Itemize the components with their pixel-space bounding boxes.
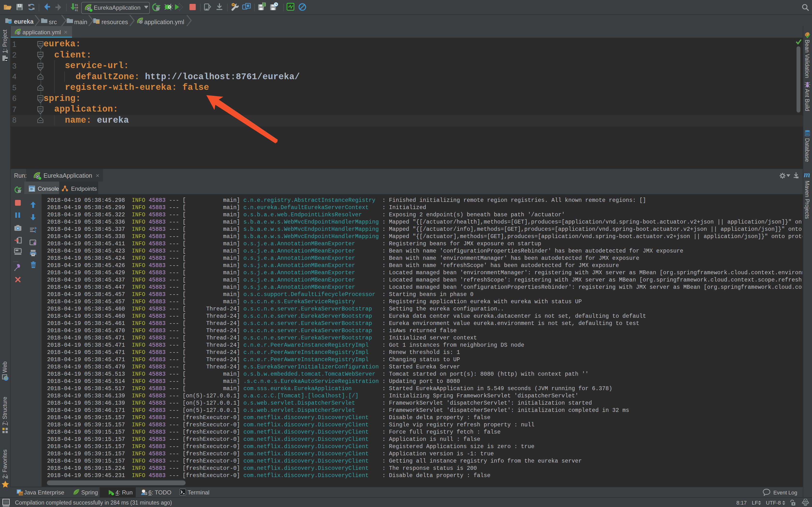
svg-text:EE: EE: [19, 492, 23, 495]
svg-text:01: 01: [75, 9, 78, 11]
